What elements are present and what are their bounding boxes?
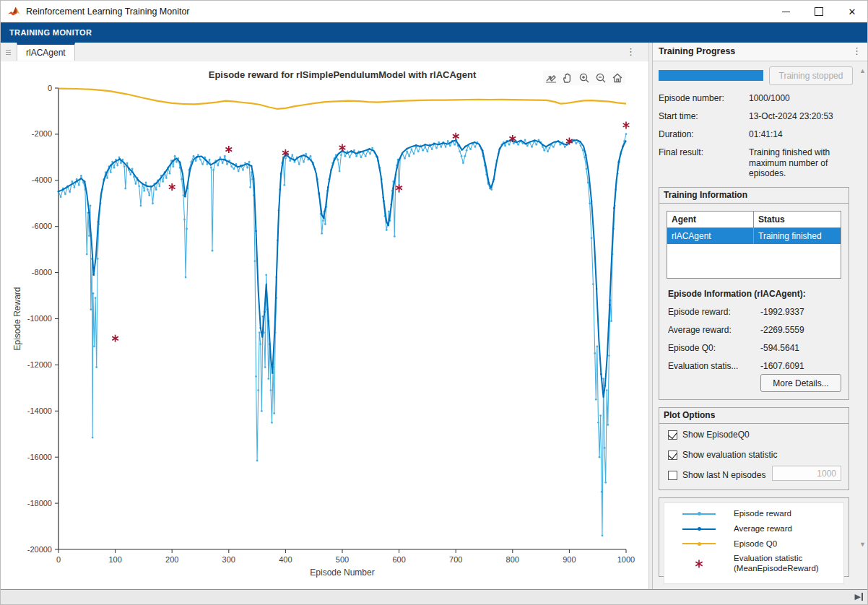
matlab-logo-icon (7, 5, 20, 18)
plot-option-3[interactable]: Show last N episodes (668, 470, 765, 480)
status-bar: ▶ (1, 589, 868, 605)
close-icon: ✕ (849, 6, 856, 17)
more-details-button[interactable]: More Details... (760, 374, 841, 392)
figure-area: Episode reward for rlSimplePendulumModel… (1, 61, 648, 588)
svg-text:700: 700 (449, 555, 462, 564)
scroll-down-icon[interactable]: ▼ (859, 541, 866, 548)
table-header-agent: Agent (667, 212, 754, 228)
legend-entry: Episode Q0 (664, 539, 843, 549)
svg-text:-8000: -8000 (32, 268, 52, 277)
last-n-episodes-input[interactable] (772, 466, 841, 481)
legend-label: Episode reward (734, 509, 791, 519)
svg-text:0: 0 (56, 555, 61, 564)
panel-options-icon[interactable]: ⋮ (852, 46, 862, 56)
legend-asterisk-icon (693, 558, 705, 570)
window-title: Reinforcement Learning Training Monitor (26, 6, 190, 17)
svg-text:900: 900 (563, 555, 576, 564)
table-header-row: Agent Status (667, 212, 841, 228)
row-value: -594.5641 (760, 343, 799, 353)
row-value: Training finished with maximum number of… (749, 147, 856, 179)
legend-label: Average reward (734, 524, 792, 534)
svg-text:800: 800 (506, 555, 519, 564)
legend-group: Episode rewardAverage rewardEpisode Q0Ev… (659, 497, 849, 577)
legend: Episode rewardAverage rewardEpisode Q0Ev… (664, 502, 844, 584)
row-label: Final result: (659, 147, 749, 179)
row-label: Average reward: (668, 325, 760, 335)
option-label: Show evaluation statistic (682, 450, 777, 460)
legend-label: Evaluation statistic(MeanEpisodeReward) (734, 554, 819, 574)
legend-label: Episode Q0 (734, 539, 777, 549)
row-value: 1000/1000 (749, 93, 856, 104)
tab-rlacagent[interactable]: rlACAgent (17, 43, 75, 61)
svg-text:Episode Number: Episode Number (310, 567, 374, 578)
row-label: Start time: (659, 111, 749, 122)
episode-info-row: Episode reward:-1992.9337 (668, 307, 844, 317)
row-value: 01:41:14 (749, 129, 856, 140)
svg-text:500: 500 (336, 555, 349, 564)
svg-text:0: 0 (48, 84, 52, 92)
svg-text:Episode Reward: Episode Reward (12, 287, 22, 350)
expand-right-icon[interactable]: ▶ (855, 592, 863, 601)
svg-text:-14000: -14000 (27, 406, 52, 415)
agent-status-table: Agent Status rlACAgent Training finished (667, 211, 841, 279)
plot-option-2[interactable]: Show evaluation statistic (668, 450, 777, 460)
minimize-button[interactable] (769, 1, 802, 22)
table-cell-status: Training finished (754, 228, 841, 244)
option-label: Show last N episodes (682, 470, 765, 480)
minimize-icon (782, 12, 790, 12)
table-cell-agent: rlACAgent (667, 228, 754, 244)
episode-information-title: Episode Information (rlACAgent): (668, 289, 806, 299)
svg-text:400: 400 (279, 555, 292, 564)
close-button[interactable]: ✕ (836, 1, 868, 22)
progress-row: Final result:Training finished with maxi… (659, 147, 861, 179)
progress-row: Start time:13-Oct-2024 23:20:53 (659, 111, 861, 122)
legend-entry: Evaluation statistic(MeanEpisodeReward) (664, 554, 843, 574)
document-tab-bar: rlACAgent ⋮ (1, 43, 648, 62)
app-window: Reinforcement Learning Training Monitor … (0, 0, 868, 605)
chart-canvas[interactable]: 0-2000-4000-6000-8000-10000-12000-14000-… (1, 61, 648, 588)
plot-options-group: Plot Options Show EpisodeQ0Show evaluati… (659, 407, 849, 490)
tab-drag-handle-icon[interactable] (1, 43, 15, 61)
panel-header: Training Progress ⋮ (653, 43, 868, 61)
training-information-title: Training Information (659, 188, 849, 204)
svg-text:100: 100 (108, 555, 121, 564)
toolstrip: TRAINING MONITOR (1, 22, 868, 43)
svg-text:200: 200 (165, 555, 178, 564)
row-label: Episode Q0: (668, 343, 760, 353)
maximize-icon (815, 7, 823, 16)
toolstrip-tab-training-monitor[interactable]: TRAINING MONITOR (1, 28, 100, 37)
plot-options-title: Plot Options (659, 408, 849, 424)
training-progress-panel: Training Progress ⋮ ▲ ▼ Training stopped… (653, 43, 868, 589)
row-value: -1607.6091 (760, 361, 804, 371)
scroll-up-icon[interactable]: ▲ (859, 67, 866, 74)
panel-title: Training Progress (659, 46, 735, 56)
svg-text:600: 600 (392, 555, 405, 564)
svg-text:-20000: -20000 (27, 545, 52, 554)
svg-text:-6000: -6000 (32, 222, 52, 230)
row-value: -2269.5559 (760, 325, 804, 335)
tab-options-icon[interactable]: ⋮ (626, 47, 635, 56)
svg-text:-10000: -10000 (27, 314, 52, 323)
row-value: 13-Oct-2024 23:20:53 (749, 111, 856, 122)
svg-text:-18000: -18000 (27, 499, 52, 508)
table-row[interactable]: rlACAgent Training finished (667, 228, 841, 244)
checkbox-icon[interactable] (668, 451, 677, 460)
checkbox-icon[interactable] (668, 471, 677, 480)
progress-row: Episode number:1000/1000 (659, 93, 861, 104)
plot-option-1[interactable]: Show EpisodeQ0 (668, 430, 750, 440)
row-label: Episode reward: (668, 307, 760, 317)
legend-line-icon (682, 543, 716, 544)
option-label: Show EpisodeQ0 (682, 430, 750, 440)
table-header-status: Status (754, 212, 841, 228)
training-stopped-button[interactable]: Training stopped (769, 66, 853, 85)
checkbox-icon[interactable] (668, 430, 677, 440)
legend-line-icon (682, 528, 716, 530)
training-progress-bar (659, 70, 763, 81)
maximize-button[interactable] (802, 1, 836, 22)
svg-text:-4000: -4000 (32, 175, 52, 184)
episode-info-row: Evaluation statis...-1607.6091 (668, 361, 844, 371)
row-label: Episode number: (659, 93, 749, 104)
row-label: Duration: (659, 129, 749, 140)
episode-info-row: Average reward:-2269.5559 (668, 325, 844, 335)
svg-text:300: 300 (222, 555, 235, 564)
